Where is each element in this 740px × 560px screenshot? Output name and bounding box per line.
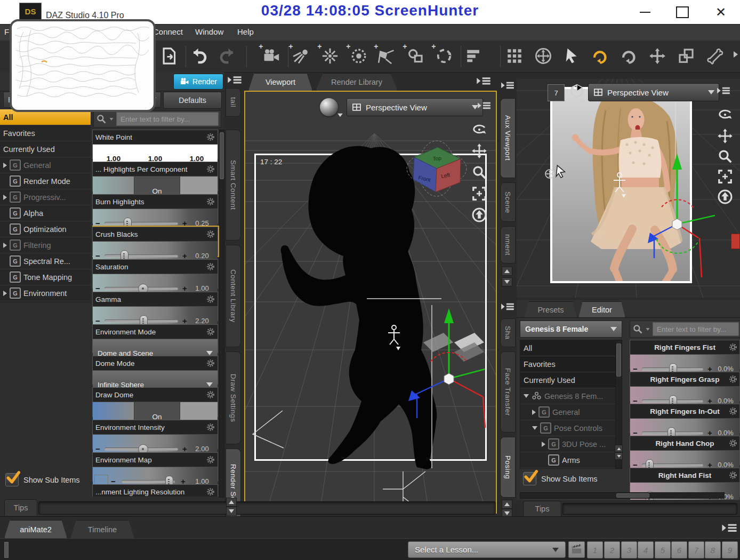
tab-aux-viewport[interactable]: Aux Viewport bbox=[500, 98, 516, 178]
pane-options-icon[interactable] bbox=[500, 80, 515, 92]
filter-input[interactable] bbox=[116, 112, 219, 126]
tab-shaping[interactable]: Sha bbox=[500, 318, 516, 347]
new-linear-light-icon[interactable] bbox=[350, 47, 368, 65]
viewport-options-icon[interactable] bbox=[477, 100, 492, 112]
gear-icon[interactable] bbox=[729, 407, 737, 415]
scroll-up-icon[interactable] bbox=[502, 267, 512, 276]
tab-draw-settings[interactable]: Draw Settings bbox=[226, 351, 241, 444]
pan-tool-icon[interactable] bbox=[717, 128, 733, 144]
scroll-up-icon[interactable] bbox=[226, 498, 237, 507]
scroll-down-icon[interactable] bbox=[226, 507, 237, 516]
translate-tool-icon[interactable] bbox=[648, 47, 666, 65]
draw-style-cube-icon[interactable] bbox=[569, 83, 585, 99]
tab-environment[interactable]: nment bbox=[500, 226, 516, 263]
tips-button[interactable]: Tips bbox=[523, 501, 561, 516]
tab-posing[interactable]: Posing bbox=[500, 437, 516, 498]
category-progressive[interactable]: GProgressiv... bbox=[0, 189, 91, 205]
tab-detail[interactable]: tail bbox=[226, 88, 241, 117]
defaults-button[interactable]: Defaults bbox=[163, 92, 222, 109]
viewport-control-icon[interactable] bbox=[534, 47, 552, 65]
gear-icon[interactable] bbox=[206, 197, 215, 206]
grid-snap-icon[interactable] bbox=[505, 47, 524, 65]
menu-help[interactable]: Help bbox=[237, 27, 254, 36]
lesson-7-button[interactable]: 7 bbox=[688, 541, 704, 558]
category-general[interactable]: GGeneral bbox=[0, 157, 91, 173]
checkbox[interactable] bbox=[5, 473, 19, 486]
pane-options-icon[interactable] bbox=[500, 301, 515, 313]
reset-view-icon[interactable] bbox=[471, 207, 487, 223]
figure-dropdown[interactable]: Genesis 8 Female bbox=[520, 321, 622, 338]
gear-icon[interactable] bbox=[206, 230, 215, 238]
bone-tool-icon[interactable] bbox=[706, 47, 724, 65]
category-spectral[interactable]: GSpectral Re... bbox=[0, 253, 91, 269]
frame-tool-icon[interactable] bbox=[717, 169, 733, 185]
aux-viewport-pane[interactable]: 7 Perspective View bbox=[517, 79, 740, 298]
pane-options-icon[interactable] bbox=[721, 522, 738, 535]
render-button[interactable]: Render bbox=[173, 74, 223, 90]
gear-icon[interactable] bbox=[206, 390, 215, 399]
export-icon[interactable] bbox=[160, 47, 178, 65]
pose-node-pose-controls[interactable]: GPose Controls bbox=[520, 420, 615, 436]
viewport-canvas[interactable]: 17 : 22 bbox=[244, 91, 497, 514]
posing-list-scrollbar[interactable] bbox=[615, 340, 622, 469]
zoom-tool-icon[interactable] bbox=[717, 148, 733, 164]
gear-icon[interactable] bbox=[206, 423, 215, 431]
align-icon[interactable] bbox=[465, 47, 483, 65]
pose-cat-currently-used[interactable]: Currently Used bbox=[520, 372, 615, 388]
scroll-up-icon[interactable] bbox=[502, 500, 512, 509]
pane-options-icon[interactable] bbox=[476, 75, 492, 88]
category-render-mode[interactable]: GRender Mode bbox=[0, 173, 91, 189]
aux-options-icon[interactable] bbox=[716, 85, 731, 97]
scroll-down-icon[interactable] bbox=[502, 277, 512, 286]
scale-tool-icon[interactable] bbox=[677, 47, 695, 65]
new-primitive-icon[interactable] bbox=[406, 47, 424, 65]
category-tone-mapping[interactable]: GTone Mapping bbox=[0, 269, 91, 285]
new-spotlight-icon[interactable] bbox=[377, 47, 396, 65]
filter-input[interactable] bbox=[653, 322, 739, 336]
active-pose-rotate-icon[interactable] bbox=[591, 47, 609, 65]
gear-icon[interactable] bbox=[206, 455, 215, 464]
view-cube[interactable]: Top Front Left bbox=[405, 138, 468, 197]
maximize-button[interactable] bbox=[673, 5, 692, 19]
tab-presets[interactable]: Presets bbox=[524, 301, 577, 318]
category-alpha[interactable]: GAlpha bbox=[0, 205, 91, 221]
lesson-2-button[interactable]: 2 bbox=[604, 541, 620, 558]
gear-icon[interactable] bbox=[206, 295, 215, 303]
pane-options-icon[interactable] bbox=[227, 74, 243, 87]
render-badge-icon[interactable]: 7 bbox=[548, 84, 565, 101]
aux-camera-dropdown[interactable]: Perspective View bbox=[588, 83, 719, 101]
lesson-1-button[interactable]: 1 bbox=[587, 541, 603, 558]
new-camera-icon[interactable] bbox=[262, 47, 280, 65]
node-selection-icon[interactable] bbox=[563, 47, 581, 65]
gear-icon[interactable] bbox=[206, 359, 215, 367]
gear-icon[interactable] bbox=[729, 343, 737, 351]
new-point-light-icon[interactable] bbox=[321, 47, 339, 65]
category-favorites[interactable]: Favorites bbox=[0, 125, 91, 141]
viewport-camera-dropdown[interactable]: Perspective View bbox=[347, 98, 483, 116]
tab-content-library[interactable]: Content Library bbox=[226, 245, 241, 347]
clapperboard-icon[interactable] bbox=[568, 541, 585, 558]
lesson-8-button[interactable]: 8 bbox=[705, 541, 721, 558]
tab-animate2[interactable]: aniMate2 bbox=[4, 520, 67, 538]
pose-cat-all[interactable]: All bbox=[520, 340, 615, 356]
undo-icon[interactable] bbox=[190, 47, 208, 65]
menu-window[interactable]: Window bbox=[195, 27, 223, 36]
gear-icon[interactable] bbox=[206, 327, 215, 336]
pose-node-general[interactable]: GGeneral bbox=[520, 404, 615, 420]
posing-hscrollbar[interactable] bbox=[520, 492, 725, 499]
category-optimization[interactable]: GOptimization bbox=[0, 221, 91, 237]
pose-node-3du-pose[interactable]: G3DU Pose ... bbox=[520, 436, 615, 452]
zoom-tool-icon[interactable] bbox=[471, 164, 487, 180]
pose-cat-favorites[interactable]: Favorites bbox=[520, 356, 615, 372]
pose-node-genesis[interactable]: Genesis 8 Fem... bbox=[520, 388, 615, 404]
tab-smart-content[interactable]: Smart Content bbox=[226, 130, 241, 241]
lesson-9-button[interactable]: 9 bbox=[722, 541, 738, 558]
tab-scene[interactable]: Scene bbox=[500, 182, 516, 222]
close-button[interactable]: ✕ bbox=[711, 5, 730, 19]
gear-icon[interactable] bbox=[206, 165, 215, 173]
minimize-button[interactable] bbox=[636, 5, 655, 19]
tab-timeline[interactable]: Timeline bbox=[70, 520, 134, 538]
category-environment[interactable]: GEnvironment bbox=[0, 285, 91, 301]
redo-icon[interactable] bbox=[219, 47, 237, 65]
rotate-tool-icon[interactable] bbox=[620, 47, 638, 65]
